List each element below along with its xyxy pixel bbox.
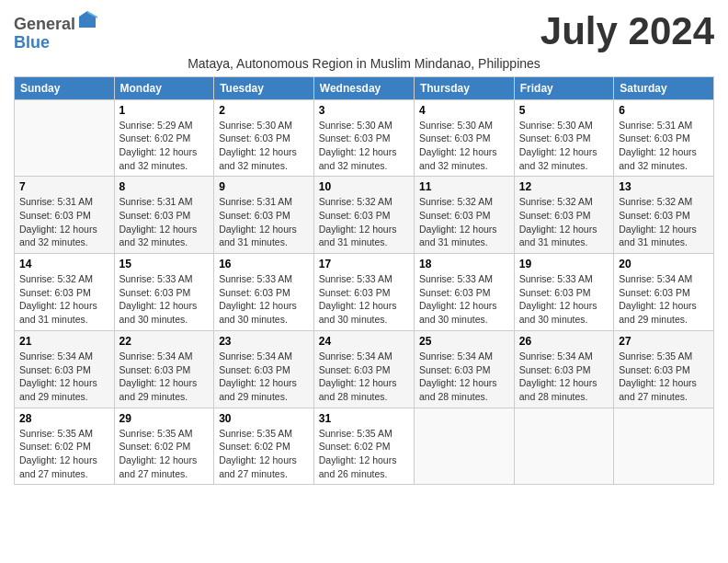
calendar-header-row: SundayMondayTuesdayWednesdayThursdayFrid…	[15, 76, 714, 99]
calendar-cell: 2Sunrise: 5:30 AM Sunset: 6:03 PM Daylig…	[214, 99, 314, 177]
day-number: 19	[519, 258, 609, 270]
day-info: Sunrise: 5:35 AM Sunset: 6:02 PM Dayligh…	[319, 427, 409, 481]
day-number: 20	[619, 258, 709, 270]
day-info: Sunrise: 5:30 AM Sunset: 6:03 PM Dayligh…	[219, 119, 309, 173]
day-header-tuesday: Tuesday	[214, 76, 314, 99]
calendar-cell: 1Sunrise: 5:29 AM Sunset: 6:02 PM Daylig…	[114, 99, 214, 177]
calendar-cell	[414, 408, 514, 485]
calendar-cell: 7Sunrise: 5:31 AM Sunset: 6:03 PM Daylig…	[15, 177, 115, 254]
calendar-cell: 17Sunrise: 5:33 AM Sunset: 6:03 PM Dayli…	[313, 254, 414, 331]
calendar-cell: 18Sunrise: 5:33 AM Sunset: 6:03 PM Dayli…	[414, 254, 514, 331]
day-number: 26	[519, 335, 609, 348]
day-header-saturday: Saturday	[614, 76, 714, 99]
day-info: Sunrise: 5:31 AM Sunset: 6:03 PM Dayligh…	[19, 195, 109, 249]
calendar-subtitle: Mataya, Autonomous Region in Muslim Mind…	[14, 56, 714, 71]
day-info: Sunrise: 5:35 AM Sunset: 6:02 PM Dayligh…	[119, 427, 210, 481]
week-row-2: 7Sunrise: 5:31 AM Sunset: 6:03 PM Daylig…	[15, 177, 714, 254]
calendar-cell: 11Sunrise: 5:32 AM Sunset: 6:03 PM Dayli…	[414, 177, 514, 254]
day-info: Sunrise: 5:32 AM Sunset: 6:03 PM Dayligh…	[319, 195, 409, 249]
day-number: 17	[319, 258, 409, 270]
calendar-cell: 10Sunrise: 5:32 AM Sunset: 6:03 PM Dayli…	[313, 177, 414, 254]
logo-blue: Blue	[14, 33, 50, 52]
calendar-table: SundayMondayTuesdayWednesdayThursdayFrid…	[14, 76, 714, 486]
calendar-cell: 22Sunrise: 5:34 AM Sunset: 6:03 PM Dayli…	[114, 330, 214, 408]
calendar-cell: 8Sunrise: 5:31 AM Sunset: 6:03 PM Daylig…	[114, 177, 214, 254]
week-row-4: 21Sunrise: 5:34 AM Sunset: 6:03 PM Dayli…	[15, 330, 714, 408]
day-info: Sunrise: 5:31 AM Sunset: 6:03 PM Dayligh…	[119, 195, 210, 249]
day-number: 25	[419, 335, 509, 348]
logo-icon	[77, 9, 97, 29]
day-number: 9	[219, 180, 309, 193]
logo: General Blue	[14, 9, 97, 52]
day-info: Sunrise: 5:33 AM Sunset: 6:03 PM Dayligh…	[219, 272, 309, 327]
week-row-1: 1Sunrise: 5:29 AM Sunset: 6:02 PM Daylig…	[15, 99, 714, 177]
day-number: 8	[119, 180, 210, 193]
calendar-cell: 9Sunrise: 5:31 AM Sunset: 6:03 PM Daylig…	[214, 177, 314, 254]
day-info: Sunrise: 5:35 AM Sunset: 6:02 PM Dayligh…	[219, 427, 309, 481]
day-number: 14	[19, 258, 109, 270]
day-info: Sunrise: 5:32 AM Sunset: 6:03 PM Dayligh…	[19, 272, 109, 327]
day-number: 5	[519, 104, 609, 117]
day-number: 31	[319, 412, 409, 425]
calendar-cell: 12Sunrise: 5:32 AM Sunset: 6:03 PM Dayli…	[514, 177, 613, 254]
day-number: 1	[119, 104, 210, 117]
day-info: Sunrise: 5:34 AM Sunset: 6:03 PM Dayligh…	[19, 350, 109, 404]
calendar-cell: 15Sunrise: 5:33 AM Sunset: 6:03 PM Dayli…	[114, 254, 214, 331]
calendar-cell	[514, 408, 613, 485]
day-info: Sunrise: 5:34 AM Sunset: 6:03 PM Dayligh…	[319, 350, 409, 404]
calendar-cell: 13Sunrise: 5:32 AM Sunset: 6:03 PM Dayli…	[614, 177, 714, 254]
day-number: 24	[319, 335, 409, 348]
day-header-sunday: Sunday	[15, 76, 115, 99]
calendar-cell: 25Sunrise: 5:34 AM Sunset: 6:03 PM Dayli…	[414, 330, 514, 408]
calendar-cell: 20Sunrise: 5:34 AM Sunset: 6:03 PM Dayli…	[614, 254, 714, 331]
day-number: 22	[119, 335, 210, 348]
calendar-cell: 30Sunrise: 5:35 AM Sunset: 6:02 PM Dayli…	[214, 408, 314, 485]
day-info: Sunrise: 5:34 AM Sunset: 6:03 PM Dayligh…	[619, 272, 709, 327]
calendar-cell: 28Sunrise: 5:35 AM Sunset: 6:02 PM Dayli…	[15, 408, 115, 485]
day-number: 15	[119, 258, 210, 270]
day-number: 13	[619, 180, 709, 193]
calendar-cell: 3Sunrise: 5:30 AM Sunset: 6:03 PM Daylig…	[313, 99, 414, 177]
day-number: 7	[19, 180, 109, 193]
day-number: 23	[219, 335, 309, 348]
logo-general: General	[14, 15, 75, 33]
week-row-5: 28Sunrise: 5:35 AM Sunset: 6:02 PM Dayli…	[15, 408, 714, 485]
day-number: 30	[219, 412, 309, 425]
day-number: 16	[219, 258, 309, 270]
calendar-body: 1Sunrise: 5:29 AM Sunset: 6:02 PM Daylig…	[15, 99, 714, 485]
day-info: Sunrise: 5:30 AM Sunset: 6:03 PM Dayligh…	[319, 119, 409, 173]
calendar-cell: 4Sunrise: 5:30 AM Sunset: 6:03 PM Daylig…	[414, 99, 514, 177]
day-info: Sunrise: 5:30 AM Sunset: 6:03 PM Dayligh…	[419, 119, 509, 173]
calendar-cell: 24Sunrise: 5:34 AM Sunset: 6:03 PM Dayli…	[313, 330, 414, 408]
day-info: Sunrise: 5:35 AM Sunset: 6:02 PM Dayligh…	[19, 427, 109, 481]
calendar-cell	[614, 408, 714, 485]
calendar-cell	[15, 99, 115, 177]
calendar-cell: 16Sunrise: 5:33 AM Sunset: 6:03 PM Dayli…	[214, 254, 314, 331]
svg-marker-0	[79, 11, 96, 28]
day-number: 29	[119, 412, 210, 425]
calendar-cell: 6Sunrise: 5:31 AM Sunset: 6:03 PM Daylig…	[614, 99, 714, 177]
day-info: Sunrise: 5:34 AM Sunset: 6:03 PM Dayligh…	[119, 350, 210, 404]
day-number: 4	[419, 104, 509, 117]
day-number: 18	[419, 258, 509, 270]
day-number: 28	[19, 412, 109, 425]
day-header-monday: Monday	[114, 76, 214, 99]
day-number: 27	[619, 335, 709, 348]
day-number: 6	[619, 104, 709, 117]
day-info: Sunrise: 5:32 AM Sunset: 6:03 PM Dayligh…	[419, 195, 509, 249]
day-header-thursday: Thursday	[414, 76, 514, 99]
day-info: Sunrise: 5:29 AM Sunset: 6:02 PM Dayligh…	[119, 119, 210, 173]
month-title: July 2024	[540, 9, 714, 53]
day-header-friday: Friday	[514, 76, 613, 99]
day-info: Sunrise: 5:33 AM Sunset: 6:03 PM Dayligh…	[419, 272, 509, 327]
day-info: Sunrise: 5:35 AM Sunset: 6:03 PM Dayligh…	[619, 350, 709, 404]
calendar-cell: 29Sunrise: 5:35 AM Sunset: 6:02 PM Dayli…	[114, 408, 214, 485]
calendar-cell: 19Sunrise: 5:33 AM Sunset: 6:03 PM Dayli…	[514, 254, 613, 331]
day-info: Sunrise: 5:32 AM Sunset: 6:03 PM Dayligh…	[619, 195, 709, 249]
calendar-cell: 14Sunrise: 5:32 AM Sunset: 6:03 PM Dayli…	[15, 254, 115, 331]
week-row-3: 14Sunrise: 5:32 AM Sunset: 6:03 PM Dayli…	[15, 254, 714, 331]
day-info: Sunrise: 5:34 AM Sunset: 6:03 PM Dayligh…	[519, 350, 609, 404]
day-info: Sunrise: 5:30 AM Sunset: 6:03 PM Dayligh…	[519, 119, 609, 173]
day-number: 2	[219, 104, 309, 117]
day-info: Sunrise: 5:32 AM Sunset: 6:03 PM Dayligh…	[519, 195, 609, 249]
